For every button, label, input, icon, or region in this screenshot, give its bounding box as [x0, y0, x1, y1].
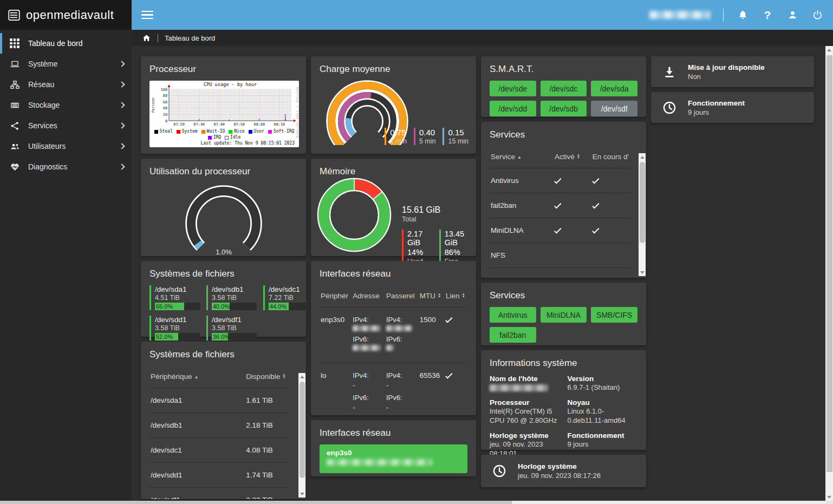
filesystem-device: /dev/sda1: [155, 285, 200, 293]
filesystem-device: /dev/sdf1: [212, 316, 257, 324]
cpu-usage-plot: 02040608010007:2007:3007:4007:5008:0008:…: [151, 81, 298, 127]
sidebar-item-users[interactable]: Utilisateurs: [0, 136, 132, 156]
memory-total: 15.61 GiB: [402, 205, 472, 215]
filesystem-progress-bar: 44.0%: [269, 303, 314, 310]
column-header-link[interactable]: Lien▲▼: [445, 285, 467, 307]
hidden-ip-address: [327, 459, 432, 466]
smart-device-button[interactable]: /dev/sdd: [490, 101, 536, 116]
interface-banner: enp3s0: [320, 444, 467, 473]
card-smart: S.M.A.R.T. /dev/sde /dev/sdc /dev/sda /d…: [481, 56, 646, 117]
smart-device-button[interactable]: /dev/sda: [591, 81, 637, 96]
svg-text:60: 60: [163, 100, 167, 104]
load-5min: 0.40 5 min: [414, 128, 436, 145]
legend-item: Steal: [154, 129, 173, 134]
filesystem-progress-bar: 40.0%: [212, 303, 257, 310]
service-button[interactable]: fail2ban: [490, 327, 536, 343]
info-field-system-clock: Horloge système jeu. 09 nov. 2023 08:18:…: [490, 431, 560, 459]
svg-text:07:30: 07:30: [193, 122, 204, 127]
memory-used: 2.17 GiB 14% Used: [402, 230, 432, 265]
sidebar-item-network[interactable]: Réseau: [0, 74, 132, 95]
scroll-down-icon[interactable]: [298, 490, 305, 498]
scrollbar-thumb[interactable]: [300, 382, 305, 478]
svg-text:40: 40: [163, 106, 167, 110]
scrollbar-corner: [825, 501, 833, 504]
breadcrumb-divider: [158, 34, 158, 42]
chevron-right-icon: [119, 102, 125, 108]
filesystem-usage-item: /dev/sdf1 3.58 TiB 36.0%: [206, 316, 257, 341]
sidebar-item-storage[interactable]: Stockage: [0, 95, 132, 115]
hidden-ipv4-address: [353, 325, 381, 331]
filesystem-progress-bar: 36.0%: [212, 333, 257, 341]
column-header-device[interactable]: ​Périphérique▲: [149, 366, 245, 388]
card-title: Processeur: [149, 64, 297, 75]
column-header-gateway[interactable]: Passerel: [385, 285, 419, 307]
sidebar-item-label: Diagnostics: [28, 162, 67, 171]
column-header-mtu[interactable]: MTU▲▼: [419, 285, 445, 307]
table-row: /dev/sdb12.18 TiB: [149, 413, 290, 438]
breadcrumb: Tableau de bord: [132, 30, 833, 46]
table-scrollbar[interactable]: [639, 153, 646, 276]
column-header-device[interactable]: Périphér: [320, 285, 352, 307]
scroll-down-icon[interactable]: [825, 493, 833, 501]
card-title: Interfaces réseau: [320, 428, 467, 438]
card-system-information: Informations système Nom de l'hôte Versi…: [481, 350, 646, 450]
help-icon[interactable]: ?: [762, 9, 773, 21]
legend-item: Idle: [225, 135, 240, 140]
user-account-icon[interactable]: [786, 9, 798, 21]
horizontal-scrollbar[interactable]: [0, 501, 825, 504]
smart-device-button[interactable]: /dev/sdf: [591, 101, 637, 116]
users-icon: [9, 141, 20, 152]
column-header-address[interactable]: Adresse: [352, 285, 385, 307]
column-header-available[interactable]: Disponible▲▼: [245, 366, 290, 388]
legend-item: Soft-IRQ: [268, 129, 295, 134]
info-field-uptime: Fonctionnement 9 jours: [568, 431, 638, 459]
column-header-running[interactable]: En cours d': [591, 146, 631, 168]
filesystem-size: 7.22 TiB: [269, 294, 314, 302]
sidebar-item-dashboard[interactable]: Tableau de bord: [0, 33, 132, 54]
sidebar-item-diagnostics[interactable]: Diagnostics: [0, 156, 132, 177]
svg-text:CPU usage - by hour: CPU usage - by hour: [204, 82, 257, 87]
svg-text:07:20: 07:20: [173, 122, 184, 127]
table-row: Antivirus: [490, 168, 631, 193]
scrollbar-thumb[interactable]: [827, 55, 832, 472]
column-header-enabled[interactable]: Activé▲▼: [554, 146, 591, 168]
sort-icon: ▲▼: [282, 373, 285, 378]
smart-device-button[interactable]: /dev/sdc: [541, 81, 587, 96]
service-button[interactable]: SMB/CIFS: [591, 307, 637, 323]
service-button[interactable]: Antivirus: [490, 307, 536, 323]
scroll-up-icon[interactable]: [298, 373, 305, 381]
scroll-up-icon[interactable]: [639, 153, 646, 161]
card-services-buttons: Services Antivirus MiniDLNA SMB/CIFS fai…: [481, 283, 646, 345]
hidden-ipv6-address: [353, 345, 381, 351]
column-header-service[interactable]: Service▲: [490, 146, 554, 168]
notifications-bell-icon[interactable]: [737, 9, 749, 21]
scroll-up-icon[interactable]: [825, 46, 833, 54]
sidebar-item-system[interactable]: Système: [0, 54, 132, 74]
sidebar-item-label: Services: [28, 121, 57, 130]
table-scrollbar[interactable]: [298, 373, 305, 498]
smart-device-button[interactable]: /dev/sdb: [541, 101, 587, 116]
sidebar-item-services[interactable]: Services: [0, 115, 132, 136]
scroll-down-icon[interactable]: [639, 269, 646, 276]
legend-item: User: [249, 129, 264, 134]
card-network-interfaces-table: Interfaces réseau Périphér Adresse Passe…: [311, 261, 476, 415]
menu-toggle-icon[interactable]: [141, 9, 153, 22]
power-icon[interactable]: [811, 9, 823, 21]
home-icon[interactable]: [142, 34, 151, 43]
service-button[interactable]: MiniDLNA: [541, 307, 587, 323]
scrollbar-thumb[interactable]: [0, 501, 512, 504]
load-15min: 0.15 15 min: [442, 128, 468, 145]
filesystem-size: 3.58 TiB: [212, 324, 257, 332]
svg-text:0: 0: [165, 119, 167, 123]
sort-ascending-icon: ▲: [194, 375, 199, 379]
svg-text:07:50: 07:50: [233, 122, 244, 127]
check-icon: [445, 316, 452, 323]
card-network-interfaces-banner: Interfaces réseau enp3s0: [311, 420, 476, 476]
table-row: /dev/sdc14.08 TiB: [149, 438, 290, 463]
vertical-scrollbar[interactable]: [825, 46, 833, 501]
smart-device-button[interactable]: /dev/sde: [490, 81, 536, 96]
scrollbar-thumb[interactable]: [640, 162, 645, 243]
svg-text:80: 80: [163, 94, 167, 98]
filesystem-usage-item: /dev/sdd1 3.58 TiB 52.0%: [149, 316, 200, 341]
card-system-clock: Horloge système jeu. 09 nov. 2023 08:17:…: [481, 455, 646, 487]
